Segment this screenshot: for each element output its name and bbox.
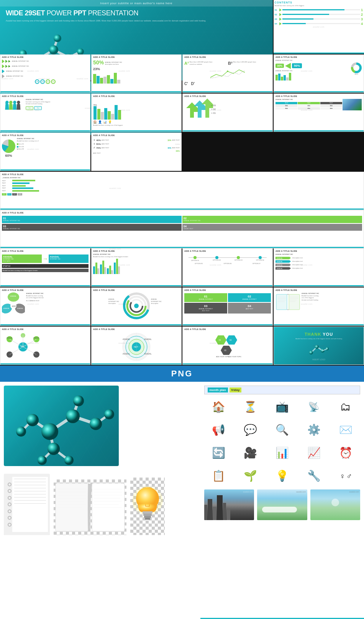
slide-options[interactable]: ADD A TITLE SLIDE OPTION 01 OPTION 02 (182, 248, 273, 287)
slide-title-23: ADD A TITLE SLIDE (274, 288, 364, 292)
svg-point-103 (315, 345, 319, 349)
icons-row-3: 🔄 🎥 📊 📈 ⏰ (204, 443, 361, 463)
slide-step[interactable]: ADD A TITLE SLIDE ASADAL INTERNET INC de… (0, 248, 90, 287)
hero-title: WIDE 29SET POWER PPT PRESENTATION (0, 7, 273, 18)
slide-table[interactable]: ADD A TITLE SLIDE ASADAL INTERNET INC TE… (274, 94, 364, 132)
hero-row: Insert your subtitle or main author's na… (0, 0, 364, 54)
slide-title-10: ADD A TITLE SLIDE (183, 94, 272, 98)
slide-percent[interactable]: ADD A TITLE SLIDE 50% ASADAL INTERNET IN… (91, 54, 182, 93)
slide-abcd[interactable]: ADD A TITLE SLIDE A² More than 1,000,000… (182, 54, 273, 93)
slide-title-18: ADD A TITLE SLIDE (183, 249, 272, 253)
slide-9-content: 75% (92, 98, 181, 127)
tools-icon: 🔧 (300, 466, 328, 486)
lightbulb-icon: 💡 (268, 466, 297, 486)
slide-24-content: ASADAL ASADAL ASADAL ASADAL ADD (0, 331, 90, 365)
slide-title-11: ADD A TITLE SLIDE (274, 94, 364, 98)
slide-23-content: ASADAL INTERNET INC Asadal has been runn… (274, 292, 364, 312)
svg-rect-52 (276, 294, 287, 310)
slide-title-8: ADD A TITLE SLIDE (0, 94, 90, 98)
slide-numboxes[interactable]: ADD A TITLE SLIDE 01 ASADAL INTERNET INC… (0, 210, 364, 248)
svg-text:ASADAL: ASADAL (33, 337, 40, 339)
svg-text:ASADAL: ASADAL (10, 295, 17, 297)
svg-text:ADD YOUR TOPIC: ADD YOUR TOPIC (228, 356, 241, 358)
slide-title-17: ADD A TITLE SLIDE (92, 249, 181, 253)
zoom-icon: 🔍 (268, 420, 297, 440)
home-icon: 🏠 (204, 397, 233, 417)
slide-title-19: ADD A TITLE SLIDE (274, 249, 364, 253)
png-assets-left (0, 382, 200, 619)
slide-18-content: OPTION 01 OPTION 02 OPTION 03 OPTIO (183, 253, 272, 265)
contents-subtitle: Asadal has been running one of the bigge… (275, 5, 363, 7)
tv-icon: 📺 (268, 397, 297, 417)
svg-text:ASADAL: ASADAL (123, 353, 130, 355)
barchart-icon: 📊 (268, 443, 297, 463)
slide-gender[interactable]: ADD A TITLE SLIDE ♀ 46% ADD TEXT 38% ADD… (91, 133, 182, 171)
svg-text:> 02: > 02 (211, 108, 216, 110)
slide-hexprocess[interactable]: ADD A TITLE SLIDE 01 02 03 ADD YOUR TOPI… (182, 327, 273, 365)
png-assets-right: month plan friday 🏠 ⏳ 📺 📡 (200, 382, 364, 619)
thankyou-content: THANK YOU Asadal has been running one of… (274, 327, 364, 363)
slide-title-15: ADD A TITLE SLIDE (0, 210, 364, 214)
slide-pie[interactable]: ADD A TITLE SLIDE 60% ASADAL INTERNET IN… (0, 133, 90, 171)
contents-row-1: 01 1 (275, 8, 363, 12)
svg-text:ASADAL: ASADAL (123, 338, 130, 340)
svg-rect-127 (92, 483, 125, 531)
slides-row-7: ADD A TITLE SLIDE (0, 327, 364, 365)
slide-people[interactable]: ADD A TITLE SLIDE (0, 94, 90, 132)
slide-hbar[interactable]: ADD A TITLE SLIDE + ASADAL INTERNET INC … (0, 172, 364, 210)
slide-arrow-up[interactable]: ADD A TITLE SLIDE > 03 > 02 > 01 asadal.… (182, 94, 273, 132)
svg-rect-53 (289, 294, 300, 310)
slide-thankyou[interactable]: THANK YOU Asadal has been running one of… (274, 327, 364, 365)
png-items-row (4, 474, 197, 535)
open-book (54, 479, 126, 535)
slide-5-content: 50% ASADAL INTERNET INC description text… (92, 59, 181, 84)
slide-columns[interactable]: ADD A TITLE SLIDE ASADAL INTERNET INC As… (91, 248, 182, 287)
settings-icon: ⚙️ (300, 420, 328, 440)
contents-title: CONTENTS (275, 1, 363, 4)
slide-title-5: ADD A TITLE SLIDE (92, 55, 181, 59)
svg-text:> 01: > 01 (211, 112, 216, 114)
contents-slide[interactable]: CONTENTS Asadal has been running one of … (274, 0, 364, 54)
slide-cycle[interactable]: ADD A TITLE SLIDE ADD ASADAL ASADAL ASAD… (0, 287, 90, 326)
presentation-icon: 📋 (204, 466, 233, 486)
camera-icon: 🎥 (236, 443, 265, 463)
hero-description: Asadal has been running one of the bigge… (0, 18, 273, 23)
chat-icon: 💬 (236, 420, 265, 440)
linechart-icon: 📈 (300, 443, 328, 463)
slide-network[interactable]: ADD A TITLE SLIDE (0, 327, 90, 365)
svg-text:02: 02 (230, 339, 232, 341)
svg-point-102 (309, 351, 313, 355)
slide-arrows[interactable]: ADD A TITLE SLIDE ASADAL INTERNET INC AS… (0, 54, 90, 93)
slide-book[interactable]: ADD A TITLE SLIDE (274, 287, 364, 326)
svg-point-51 (134, 304, 139, 308)
svg-text:ASADAL: ASADAL (7, 337, 13, 339)
svg-text:ASADAL: ASADAL (3, 307, 10, 309)
slide-title-14: ADD A TITLE SLIDE (0, 172, 364, 176)
svg-point-37 (8, 292, 19, 302)
slide-hex-steps[interactable]: ADD A TITLE SLIDE 01 ASADAL INTERNET 02 … (182, 287, 273, 326)
svg-rect-147 (145, 518, 150, 520)
slide-30-50[interactable]: ADD A TITLE SLIDE ASADAL INTERNET INC 30… (274, 54, 364, 93)
svg-text:ADD: ADD (21, 345, 24, 347)
slides-row-5: ADD A TITLE SLIDE ASADAL INTERNET INC de… (0, 248, 364, 287)
slide-10-content: > 03 > 02 > 01 (183, 98, 272, 122)
svg-text:ASADAL: ASADAL (144, 353, 152, 355)
slide-13-content: ♀ 46% ADD TEXT 38% ADD TEXT ♀ 55% ADD TE… (92, 137, 181, 155)
folder-icon: 🗂 (331, 397, 360, 417)
slide-barchart[interactable]: ADD A TITLE SLIDE 75% (91, 94, 182, 132)
bar-icons: 🏠 👤 📊 💡 (93, 120, 180, 124)
svg-point-8 (49, 45, 58, 54)
slide-nested[interactable]: ADD A TITLE SLIDE ASADAL ASADAL ASADAL A… (91, 327, 182, 365)
slide-chevron[interactable]: ADD A TITLE SLIDE ASADAL INTERNET INC AS… (274, 248, 364, 287)
slide-title-13: ADD A TITLE SLIDE (92, 133, 181, 137)
slide-circle[interactable]: ADD A TITLE SLIDE ASADAL INTERNET INC de… (91, 287, 182, 326)
svg-text:ADD YOUR TOPIC: ADD YOUR TOPIC (216, 356, 229, 358)
plant-icon: 🌱 (236, 466, 265, 486)
svg-text:ASADAL: ASADAL (33, 353, 40, 355)
arrow-list: ASADAL INTERNET INC ASADAL INTERNET INC … (0, 59, 90, 85)
contents-row-4: 04 4 (275, 22, 363, 26)
slide-title-6: ADD A TITLE SLIDE (183, 55, 272, 59)
svg-point-12 (54, 34, 61, 42)
png-header: PNG (0, 366, 364, 382)
slide-12-content: 60% ASADAL INTERNET INC Asadal has been … (0, 137, 90, 158)
